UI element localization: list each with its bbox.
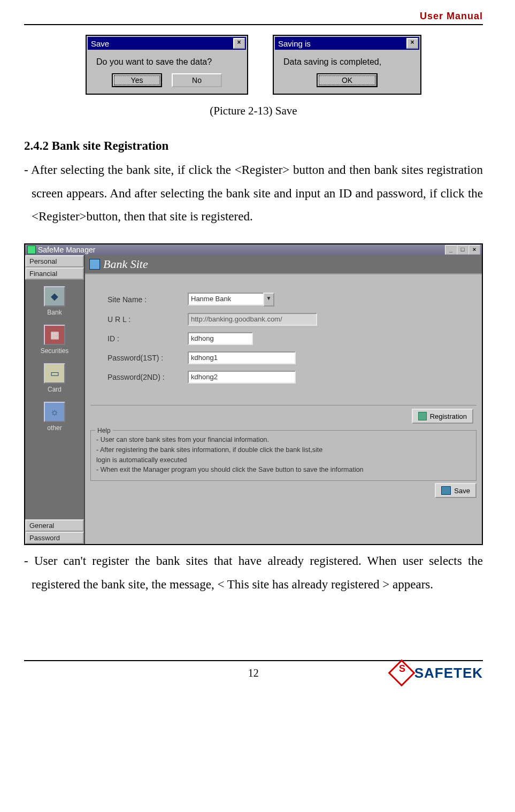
minimize-icon[interactable]: _ xyxy=(445,245,457,255)
logo-icon xyxy=(388,660,415,687)
card-icon: ▭ xyxy=(44,363,65,384)
brand-name: SAFETEK xyxy=(414,665,483,681)
sidebar-item-bank[interactable]: ◆ Bank xyxy=(25,283,84,321)
sidebar-label-card: Card xyxy=(25,386,84,393)
pane-title: Bank Site xyxy=(85,255,482,274)
sidebar: Personal Financial ◆ Bank ▦ Securities ▭… xyxy=(25,255,84,544)
close-icon[interactable]: × xyxy=(406,38,418,49)
chevron-down-icon[interactable]: ▼ xyxy=(263,293,274,307)
footer: 12 SAFETEK xyxy=(24,661,483,683)
save-dialog: Save × Do you want to save the data? Yes… xyxy=(86,35,248,95)
registration-button[interactable]: Registration xyxy=(412,409,473,424)
id-label: ID : xyxy=(107,334,188,343)
bank-form: Site Name : Hanme Bank ▼ U R L : http://… xyxy=(85,274,482,395)
registration-icon xyxy=(418,412,427,420)
saved-dialog-title: Saving is xyxy=(278,39,311,48)
bank-icon: ◆ xyxy=(44,286,65,307)
url-field: http://banking.goodbank.com/ xyxy=(188,313,317,326)
registration-button-label: Registration xyxy=(430,412,467,420)
tab-general[interactable]: General xyxy=(25,519,84,532)
app-icon xyxy=(27,246,36,254)
tab-password[interactable]: Password xyxy=(25,532,84,544)
figure-caption: (Picture 2-13) Save xyxy=(24,104,483,118)
app-title: SafeMe Manager xyxy=(38,246,95,254)
pw1-label: Password(1ST) : xyxy=(107,354,188,362)
header-rule xyxy=(24,24,483,25)
sidebar-item-other[interactable]: ☼ other xyxy=(25,399,84,437)
save-button-label: Save xyxy=(454,487,470,495)
help-legend: Help xyxy=(95,426,113,435)
saved-dialog-body: Data saving is completed, xyxy=(275,50,419,71)
sidebar-label-bank: Bank xyxy=(25,309,84,316)
section-heading: 2.4.2 Bank site Registration xyxy=(24,139,483,153)
bank-site-icon xyxy=(89,259,100,270)
saved-dialog: Saving is × Data saving is completed, OK xyxy=(273,35,421,95)
maximize-icon[interactable]: □ xyxy=(457,245,468,255)
help-line-1: - User can store bank sites from your fi… xyxy=(96,435,471,445)
url-label: U R L : xyxy=(107,315,188,324)
ok-button[interactable]: OK xyxy=(317,73,378,87)
section-para-2: - User can't register the bank sites tha… xyxy=(24,549,483,596)
sidebar-item-card[interactable]: ▭ Card xyxy=(25,360,84,399)
pw2-field[interactable]: kdhong2 xyxy=(188,371,296,384)
help-line-4: - When exit the Manager program you shou… xyxy=(96,465,471,475)
save-dialog-title: Save xyxy=(91,39,109,48)
saved-dialog-titlebar: Saving is × xyxy=(275,37,419,50)
sidebar-label-other: other xyxy=(25,424,84,432)
page-number: 12 xyxy=(115,667,392,679)
yes-button[interactable]: Yes xyxy=(112,73,162,87)
site-name-label: Site Name : xyxy=(107,295,188,304)
pane-title-text: Bank Site xyxy=(103,257,148,271)
save-dialog-body: Do you want to save the data? xyxy=(88,50,246,71)
site-name-select[interactable]: Hanme Bank ▼ xyxy=(188,293,274,307)
save-button[interactable]: Save xyxy=(435,483,476,498)
other-icon: ☼ xyxy=(44,402,65,422)
sidebar-item-securities[interactable]: ▦ Securities xyxy=(25,321,84,360)
sidebar-label-securities: Securities xyxy=(25,347,84,355)
pw2-label: Password(2ND) : xyxy=(107,373,188,381)
close-icon[interactable]: × xyxy=(233,38,245,49)
tab-financial[interactable]: Financial xyxy=(25,267,84,280)
app-titlebar: SafeMe Manager _ □ × xyxy=(25,244,482,255)
tab-personal[interactable]: Personal xyxy=(25,255,84,267)
help-box: Help - User can store bank sites from yo… xyxy=(90,430,476,481)
section-para-1: - After selecting the bank site, if clic… xyxy=(24,158,483,228)
pw1-field[interactable]: kdhong1 xyxy=(188,351,296,364)
help-line-2: - After registering the bank sites infor… xyxy=(96,445,471,455)
help-line-3: login is automatically executed xyxy=(96,455,471,465)
page-header-title: User Manual xyxy=(24,11,483,23)
site-name-value: Hanme Bank xyxy=(188,293,263,305)
safeme-manager-window: SafeMe Manager _ □ × Personal Financial … xyxy=(24,243,483,545)
save-dialog-titlebar: Save × xyxy=(88,37,246,50)
no-button[interactable]: No xyxy=(172,73,222,87)
save-icon xyxy=(441,486,451,495)
close-icon[interactable]: × xyxy=(468,245,480,255)
id-field[interactable]: kdhong xyxy=(188,332,253,345)
securities-icon: ▦ xyxy=(44,325,65,345)
brand-logo: SAFETEK xyxy=(392,663,483,683)
dialog-row: Save × Do you want to save the data? Yes… xyxy=(24,35,483,95)
main-pane: Bank Site Site Name : Hanme Bank ▼ U R L… xyxy=(84,255,482,544)
